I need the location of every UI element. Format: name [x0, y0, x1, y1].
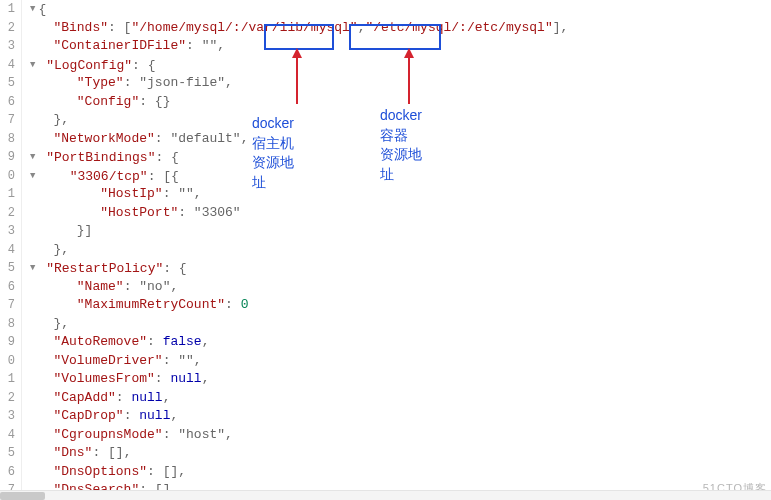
json-key: "Config" — [77, 94, 139, 109]
json-key: "VolumeDriver" — [53, 353, 162, 368]
line-number: 5 — [0, 74, 15, 93]
json-key: "CapAdd" — [53, 390, 115, 405]
line-number: 2 — [0, 204, 15, 223]
json-key: "MaximumRetryCount" — [77, 297, 225, 312]
line-number: 1 — [0, 370, 15, 389]
fold-icon[interactable]: ▼ — [30, 167, 35, 186]
fold-icon[interactable]: ▼ — [30, 148, 35, 167]
line-number: 6 — [0, 463, 15, 482]
line-number: 3 — [0, 222, 15, 241]
json-key: "HostIp" — [100, 186, 162, 201]
json-key: "PortBindings" — [46, 150, 155, 165]
line-number: 5 — [0, 259, 15, 278]
json-key: "HostPort" — [100, 205, 178, 220]
line-number: 8 — [0, 130, 15, 149]
line-number: 9 — [0, 333, 15, 352]
brace-open: { — [38, 2, 46, 17]
line-number: 6 — [0, 278, 15, 297]
json-key: "Type" — [77, 75, 124, 90]
json-key: "RestartPolicy" — [46, 261, 163, 276]
line-number: 7 — [0, 111, 15, 130]
line-number: 0 — [0, 352, 15, 371]
line-number: 4 — [0, 241, 15, 260]
line-number: 7 — [0, 296, 15, 315]
json-key: "Name" — [77, 279, 124, 294]
line-number: 3 — [0, 37, 15, 56]
json-key: "3306/tcp" — [70, 168, 148, 183]
line-number: 2 — [0, 389, 15, 408]
horizontal-scrollbar[interactable] — [0, 490, 771, 500]
line-number: 1 — [0, 0, 15, 19]
line-number-gutter: 1 2 3 4 5 6 7 8 9 0 1 2 3 4 5 6 7 8 9 0 … — [0, 0, 22, 500]
line-number: 9 — [0, 148, 15, 167]
line-number: 5 — [0, 444, 15, 463]
json-key: "AutoRemove" — [53, 334, 147, 349]
json-key: "LogConfig" — [46, 57, 132, 72]
json-key: "CgroupnsMode" — [53, 427, 162, 442]
line-number: 4 — [0, 426, 15, 445]
json-key: "Binds" — [53, 20, 108, 35]
line-number: 2 — [0, 19, 15, 38]
json-key: "NetworkMode" — [53, 131, 154, 146]
fold-icon[interactable]: ▼ — [30, 0, 35, 19]
line-number: 6 — [0, 93, 15, 112]
json-key: "Dns" — [53, 445, 92, 460]
line-number: 4 — [0, 56, 15, 75]
fold-icon[interactable]: ▼ — [30, 259, 35, 278]
line-number: 3 — [0, 407, 15, 426]
scrollbar-thumb[interactable] — [0, 492, 45, 500]
line-number: 8 — [0, 315, 15, 334]
json-key: "DnsOptions" — [53, 464, 147, 479]
line-number: 0 — [0, 167, 15, 186]
code-editor: 1 2 3 4 5 6 7 8 9 0 1 2 3 4 5 6 7 8 9 0 … — [0, 0, 771, 500]
json-key: "ContainerIDFile" — [53, 38, 186, 53]
line-number: 1 — [0, 185, 15, 204]
json-key: "VolumesFrom" — [53, 371, 154, 386]
code-area[interactable]: ▼{ "Binds": ["/home/mysql/:/var/lib/mysq… — [22, 0, 771, 500]
json-key: "CapDrop" — [53, 408, 123, 423]
fold-icon[interactable]: ▼ — [30, 56, 35, 75]
